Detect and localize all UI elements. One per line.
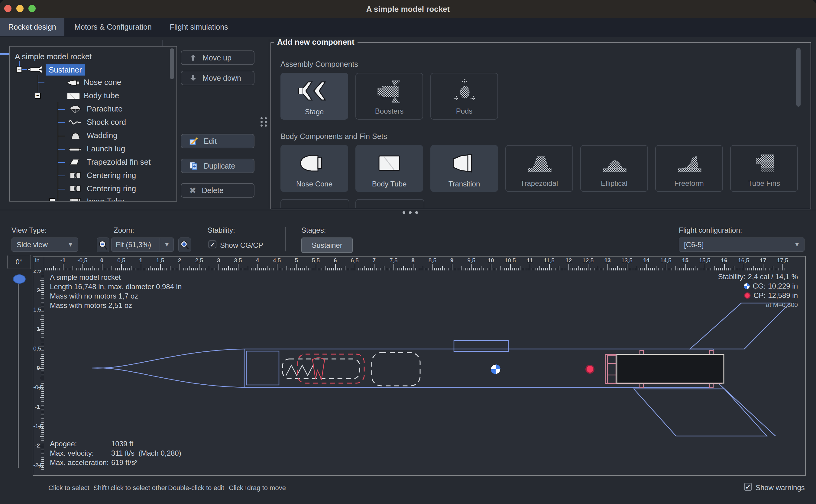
tab-motors-configuration[interactable]: Motors & Configuration	[64, 18, 162, 36]
tree-collapse-box[interactable]: −	[16, 66, 22, 73]
zoom-in-button[interactable]	[178, 237, 191, 252]
h-ruler-tick	[248, 266, 248, 270]
cp-marker[interactable]	[586, 365, 594, 373]
stage-toggle-sustainer[interactable]: Sustainer	[301, 237, 353, 253]
h-ruler-tick	[489, 268, 490, 270]
h-ruler-tick	[617, 266, 618, 270]
h-ruler-tick	[728, 268, 729, 270]
add-component-scrollbar[interactable]	[796, 48, 801, 107]
tree-item-centering-ring[interactable]: Centering ring	[87, 171, 136, 180]
h-ruler-tick	[156, 268, 157, 270]
launch-lug-outline[interactable]	[454, 341, 508, 351]
tree-line	[58, 122, 65, 123]
h-ruler-tick	[598, 266, 598, 270]
h-ruler-tick	[300, 268, 301, 270]
h-ruler-tick	[358, 268, 359, 270]
fin-bottom-outline[interactable]	[634, 389, 767, 436]
tree-item-launch-lug[interactable]: Launch lug	[87, 144, 125, 153]
tree-root[interactable]: A simple model rocket	[15, 52, 92, 61]
v-ruler-tick	[41, 374, 44, 374]
stability-info-block: Stability: 2,4 cal / 14,1 % CG: 10,229 i…	[647, 272, 798, 309]
tree-item-nose-cone[interactable]: Nose cone	[84, 78, 121, 87]
show-warnings-checkbox[interactable]: ✓	[744, 483, 752, 491]
h-ruler-tick	[393, 264, 394, 270]
add-body-tube-button[interactable]: Body Tube	[355, 145, 423, 192]
h-ruler-label: 7	[365, 257, 383, 264]
h-ruler-tick	[115, 268, 116, 270]
tab-rocket-design[interactable]: Rocket design	[0, 18, 64, 36]
tree-item-body-tube[interactable]: Body tube	[84, 91, 119, 100]
zoom-out-button[interactable]	[97, 237, 109, 252]
h-ruler-tick	[401, 268, 402, 270]
tree-line	[58, 176, 65, 176]
add-transition-button[interactable]: Transition	[430, 145, 498, 192]
h-ruler-tick	[333, 268, 334, 270]
boosters-icon	[372, 78, 408, 105]
edit-button[interactable]: Edit	[181, 134, 254, 148]
h-ruler-tick	[374, 264, 375, 270]
tab-flight-simulations[interactable]: Flight simulations	[163, 18, 235, 36]
view-type-select[interactable]: Side view ▼	[11, 237, 78, 252]
tree-item-sustainer[interactable]: Sustainer	[46, 64, 85, 76]
add-nose-cone-button[interactable]: Nose Cone	[280, 145, 348, 192]
h-ruler-tick	[633, 268, 633, 270]
h-ruler-tick	[343, 268, 344, 270]
add-stage-button[interactable]: Stage	[280, 73, 348, 120]
h-ruler-tick	[785, 268, 785, 270]
h-ruler-tick	[469, 268, 470, 270]
cg-marker[interactable]	[491, 364, 500, 374]
h-ruler-tick	[51, 268, 52, 270]
h-ruler-tick	[487, 268, 487, 270]
wadding-outline[interactable]	[372, 353, 420, 386]
h-ruler-label: 1,5	[151, 257, 169, 264]
tree-item-trapezoidal-fin-set[interactable]: Trapezoidal fin set	[87, 157, 151, 167]
tree-item-shock-cord[interactable]: Shock cord	[87, 118, 126, 127]
h-ruler-tick	[102, 264, 102, 270]
show-cgcp-checkbox[interactable]: ✓	[209, 241, 216, 248]
tree-scrollbar[interactable]	[170, 48, 174, 79]
flight-configuration-select[interactable]: [C6-5] ▼	[679, 237, 805, 252]
h-ruler-tick	[444, 268, 445, 270]
h-ruler-tick	[261, 268, 262, 270]
h-ruler-tick	[324, 268, 324, 270]
fin-top-outline[interactable]	[690, 303, 790, 349]
move-down-button[interactable]: Move down	[181, 71, 254, 85]
h-ruler-tick	[621, 268, 622, 270]
h-ruler-tick	[384, 266, 384, 270]
move-up-button[interactable]: Move up	[181, 50, 254, 65]
engine-block-outline[interactable]	[607, 355, 616, 383]
splitter-handle[interactable]	[403, 211, 418, 214]
add-component-title: Add new component	[274, 37, 358, 47]
panel-grip-handle[interactable]	[261, 117, 268, 126]
tree-collapse-box[interactable]: −	[35, 93, 41, 99]
arrow-down-icon	[189, 74, 197, 82]
v-ruler-tick	[41, 341, 44, 341]
h-ruler-tick	[125, 268, 126, 270]
tree-item-inner-tube[interactable]: Inner Tube	[87, 197, 124, 202]
zoom-select[interactable]: Fit (51,3%) ▼	[111, 237, 174, 252]
h-ruler-tick	[320, 268, 320, 270]
h-ruler-tick	[269, 268, 270, 270]
tree-item-centering-ring[interactable]: Centering ring	[87, 184, 136, 193]
parachute-outline[interactable]	[283, 359, 360, 379]
tree-item-wadding[interactable]: Wadding	[87, 131, 118, 140]
h-ruler-tick	[238, 264, 238, 270]
motor-outline[interactable]	[617, 354, 724, 383]
mach-note: at M=0,300	[766, 301, 798, 309]
h-ruler-tick	[718, 268, 719, 270]
rotation-slider-track[interactable]	[18, 278, 19, 468]
v-ruler-tick	[41, 382, 44, 382]
h-ruler-tick	[53, 266, 54, 270]
centering-ring-icon	[69, 185, 81, 192]
nose-cone-shoulder[interactable]	[246, 351, 279, 385]
tree-item-parachute[interactable]: Parachute	[87, 104, 123, 114]
tree-collapse-box[interactable]: −	[49, 198, 55, 202]
rotation-slider-knob[interactable]	[13, 274, 26, 284]
h-ruler-tick	[90, 268, 91, 270]
v-ruler-tick	[41, 383, 44, 384]
h-ruler-tick	[464, 268, 464, 270]
delete-button[interactable]: ✖ Delete	[181, 183, 254, 198]
nose-cone-outline[interactable]	[92, 349, 244, 387]
v-ruler-tick	[41, 288, 44, 289]
duplicate-button[interactable]: Duplicate	[181, 159, 254, 173]
